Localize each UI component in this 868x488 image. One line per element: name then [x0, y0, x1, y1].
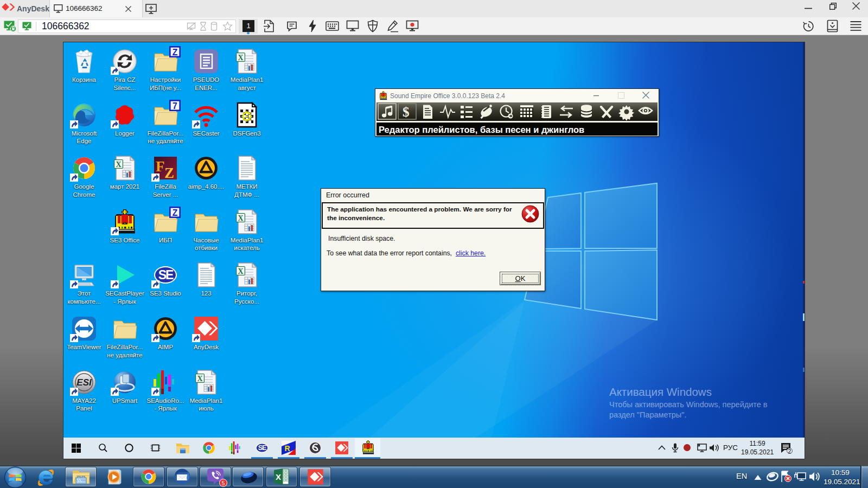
svg-text:2: 2 [788, 448, 792, 454]
svg-text:X: X [276, 472, 281, 481]
svg-text:R: R [284, 444, 290, 453]
svg-text:$: $ [403, 105, 410, 119]
